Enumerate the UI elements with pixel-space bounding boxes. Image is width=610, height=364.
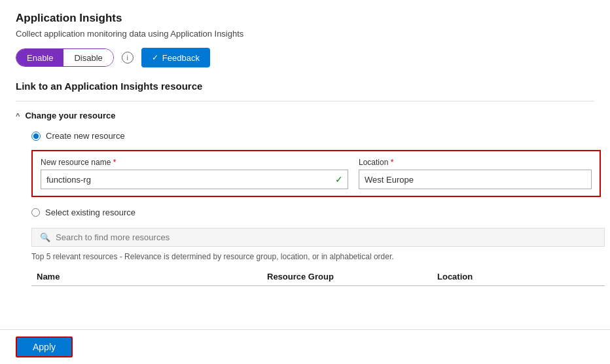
- apply-button[interactable]: Apply: [16, 337, 73, 357]
- name-field-container: New resource name * ✓: [41, 158, 348, 189]
- location-field-container: Location *: [359, 158, 592, 189]
- search-input[interactable]: [56, 232, 596, 242]
- search-bar: 🔍: [31, 228, 605, 247]
- enable-disable-toggle[interactable]: Enable Disable: [16, 48, 114, 67]
- valid-checkmark-icon: ✓: [335, 174, 343, 185]
- name-field-label: New resource name *: [41, 158, 348, 167]
- page-title: Application Insights: [16, 12, 594, 25]
- name-input-wrapper: ✓: [41, 170, 348, 189]
- table-col-loc-header: Location: [437, 272, 605, 282]
- search-icon: 🔍: [40, 232, 50, 242]
- section-divider: [16, 101, 594, 101]
- disable-toggle-btn[interactable]: Disable: [63, 49, 113, 66]
- select-existing-label[interactable]: Select existing resource: [45, 208, 135, 217]
- page-description: Collect application monitoring data usin…: [16, 29, 594, 39]
- select-existing-row: Select existing resource: [31, 208, 594, 217]
- create-new-label[interactable]: Create new resource: [46, 131, 125, 141]
- feedback-button[interactable]: ✓ Feedback: [141, 48, 210, 67]
- collapsible-header[interactable]: ^ Change your resource: [16, 111, 594, 120]
- table-header: Name Resource Group Location: [31, 268, 605, 286]
- info-icon[interactable]: i: [122, 52, 134, 64]
- location-input-wrapper: [359, 170, 592, 189]
- select-existing-radio[interactable]: [31, 208, 40, 217]
- toggle-row: Enable Disable i ✓ Feedback: [16, 48, 594, 67]
- location-required-star: *: [391, 158, 394, 167]
- new-resource-name-input[interactable]: [41, 170, 348, 189]
- enable-toggle-btn[interactable]: Enable: [16, 49, 63, 66]
- main-container: Application Insights Collect application…: [0, 0, 610, 286]
- create-new-radio[interactable]: [31, 132, 41, 141]
- location-field-label: Location *: [359, 158, 592, 167]
- bottom-bar: Apply: [0, 329, 610, 364]
- checkmark-icon: ✓: [152, 53, 158, 62]
- section-title: Link to an Application Insights resource: [16, 81, 594, 92]
- create-new-resource-row: Create new resource: [31, 131, 594, 141]
- collapse-icon: ^: [16, 112, 20, 120]
- table-col-rg-header: Resource Group: [267, 272, 437, 282]
- top5-relevance-text: Top 5 relevant resources - Relevance is …: [31, 252, 594, 261]
- table-col-name-header: Name: [31, 272, 267, 282]
- form-border-box: New resource name * ✓ Location *: [31, 150, 601, 197]
- name-required-star: *: [113, 158, 117, 167]
- location-input[interactable]: [359, 170, 592, 189]
